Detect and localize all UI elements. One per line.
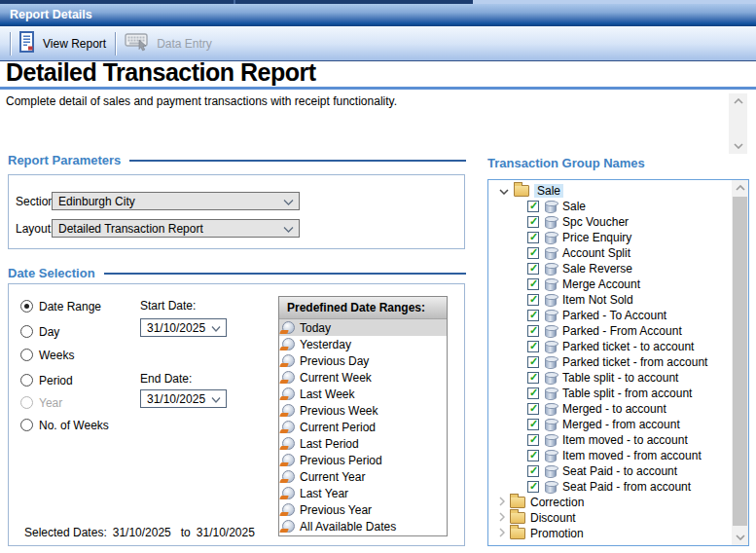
scrollbar-thumb[interactable] [733,197,747,526]
checkbox-checked-icon[interactable] [527,247,539,259]
tree-item-table-split-to-account[interactable]: Table split - to account [488,370,732,386]
date-range-icon [282,520,295,533]
view-report-button[interactable]: View Report [11,29,115,58]
data-entry-button[interactable]: Data Entry [116,29,221,58]
scroll-down-icon[interactable] [732,530,748,545]
predefined-range-last-period[interactable]: Last Period [279,435,447,452]
tree-item-merge-account[interactable]: Merge Account [488,276,732,292]
checkbox-checked-icon[interactable] [527,450,539,461]
checkbox-checked-icon[interactable] [527,481,539,493]
checkbox-checked-icon[interactable] [527,201,539,212]
chevron-right-icon[interactable] [499,511,505,525]
predefined-range-current-year[interactable]: Current Year [279,468,447,485]
radio-period[interactable]: Period [20,373,73,387]
checkbox-checked-icon[interactable] [527,434,539,446]
predefined-range-current-period[interactable]: Current Period [279,419,447,435]
checkbox-checked-icon[interactable] [527,465,539,477]
tree-item-label: Seat Paid - from account [562,480,691,494]
checkbox-checked-icon[interactable] [527,325,539,337]
checkbox-checked-icon[interactable] [527,263,539,275]
chevron-right-icon[interactable] [499,527,505,540]
predefined-range-previous-week[interactable]: Previous Week [279,402,447,419]
tree-folder-correction[interactable]: Correction [488,495,732,510]
predefined-range-last-year[interactable]: Last Year [279,485,447,501]
chevron-right-icon[interactable] [499,496,505,509]
predefined-date-ranges-panel: Predefined Date Ranges: Today Yesterday … [278,296,448,536]
checkbox-checked-icon[interactable] [527,232,539,243]
database-icon [545,341,557,353]
date-selection-header: Date Selection [8,266,466,280]
tree-folder-discount[interactable]: Discount [488,510,732,526]
checkbox-checked-icon[interactable] [527,419,539,430]
layout-dropdown[interactable]: Detailed Transaction Report [52,219,300,238]
radio-weeks[interactable]: Weeks [20,348,74,362]
predefined-range-label: All Available Dates [300,520,396,534]
description-scrollbar[interactable] [729,93,747,154]
checkbox-checked-icon[interactable] [527,294,539,306]
chevron-down-icon[interactable] [499,184,509,198]
tree-folder-sale[interactable]: Sale [488,183,732,199]
predefined-range-last-week[interactable]: Last Week [279,386,447,402]
report-parameters-title: Report Parameters [8,153,121,167]
folder-icon [510,512,525,524]
checkbox-checked-icon[interactable] [527,372,539,384]
predefined-range-today[interactable]: Today [279,319,447,336]
tree-item-spc-voucher[interactable]: Spc Voucher [488,214,732,230]
scroll-down-icon[interactable] [729,138,747,154]
start-date-dropdown[interactable]: 31/10/2025 [140,318,227,337]
tree-item-account-split[interactable]: Account Split [488,245,732,261]
tree-scrollbar[interactable] [732,180,748,545]
tree-item-item-not-sold[interactable]: Item Not Sold [488,292,732,308]
tree-item-item-moved-to-account[interactable]: Item moved - to account [488,432,732,448]
predefined-range-yesterday[interactable]: Yesterday [279,336,447,352]
radio-day[interactable]: Day [20,324,59,339]
predefined-range-previous-period[interactable]: Previous Period [279,452,447,468]
predefined-range-previous-day[interactable]: Previous Day [279,352,447,369]
predefined-range-all-available-dates[interactable]: All Available Dates [279,518,447,535]
section-dropdown[interactable]: Edinburgh City [52,192,300,210]
tree-item-parked-to-account[interactable]: Parked - To Account [488,308,732,323]
selected-dates-start: 31/10/2025 [113,526,171,539]
predefined-range-current-week[interactable]: Current Week [279,369,447,386]
checkbox-checked-icon[interactable] [527,387,539,399]
checkbox-checked-icon[interactable] [527,341,539,352]
predefined-range-previous-year[interactable]: Previous Year [279,501,447,518]
section-rule [129,160,466,162]
section-rule [104,273,466,275]
tree-folder-promotion[interactable]: Promotion [488,526,732,541]
tree-item-merged-to-account[interactable]: Merged - to account [488,401,732,417]
checkbox-checked-icon[interactable] [527,310,539,321]
tree-item-label: Parked - To Account [562,309,666,322]
end-date-value: 31/10/2025 [147,392,211,406]
tree-item-parked-ticket-to-account[interactable]: Parked ticket - to account [488,339,732,354]
view-report-label: View Report [43,37,106,51]
tree-item-label: Item moved - to account [562,433,688,447]
radio-date-range[interactable]: Date Range [20,299,101,313]
checkbox-checked-icon[interactable] [527,356,539,368]
tree-item-seat-paid-to-account[interactable]: Seat Paid - to account [488,463,732,479]
tree-item-label: Merged - from account [562,418,680,431]
tree-item-table-split-from-account[interactable]: Table split - from account [488,386,732,401]
tree-item-sale[interactable]: Sale [488,199,732,214]
tree-item-item-moved-from-account[interactable]: Item moved - from account [488,448,732,463]
tree-item-sale-reverse[interactable]: Sale Reverse [488,261,732,276]
checkbox-checked-icon[interactable] [527,403,539,415]
tree-item-seat-paid-from-account[interactable]: Seat Paid - from account [488,479,732,495]
radio-no-of-weeks[interactable]: No. of Weeks [20,418,109,432]
end-date-dropdown[interactable]: 31/10/2025 [140,389,227,408]
checkbox-checked-icon[interactable] [527,216,539,228]
tree-rows: Sale Sale Spc Voucher Price Enquiry Acco… [488,180,732,541]
date-range-icon [282,338,295,350]
page-description: Complete detail of sales and payment tra… [6,94,397,108]
scroll-up-icon[interactable] [732,180,748,196]
tree-item-merged-from-account[interactable]: Merged - from account [488,417,732,432]
scroll-up-icon[interactable] [729,93,747,109]
checkbox-checked-icon[interactable] [527,278,539,290]
radio-label: Date Range [39,300,101,313]
title-rule [0,87,756,90]
tree-item-price-enquiry[interactable]: Price Enquiry [488,230,732,245]
tree-item-parked-ticket-from-account[interactable]: Parked ticket - from account [488,354,732,370]
radio-icon [20,325,33,338]
tree-item-parked-from-account[interactable]: Parked - From Account [488,323,732,339]
database-icon [545,356,557,369]
